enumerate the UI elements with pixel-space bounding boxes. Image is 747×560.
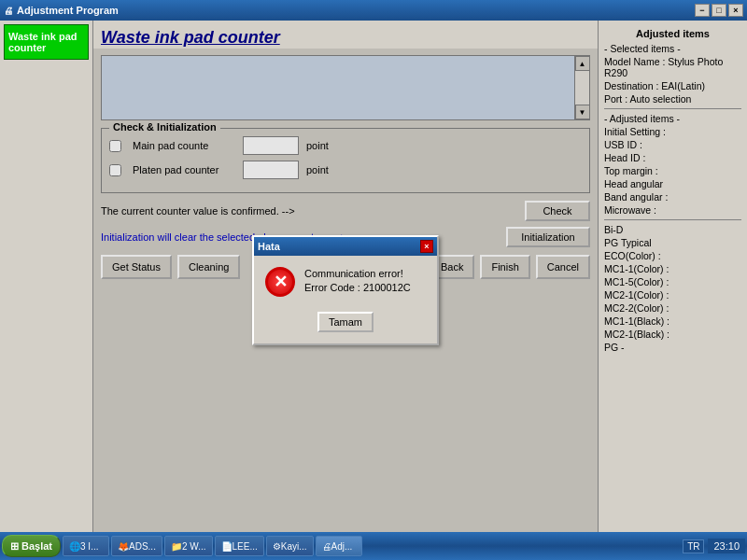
task-icon: 🌐 — [69, 541, 80, 552]
taskbar: ⊞ Başlat 🌐 3 I... 🦊 ADS... 📁 2 W... 📄 LE… — [0, 532, 747, 560]
start-label: Başlat — [21, 540, 52, 552]
task-icon: ⚙ — [273, 541, 281, 552]
pg: PG - — [604, 342, 741, 353]
top-margin: Top margin : — [604, 165, 741, 176]
task-label: ADS... — [129, 541, 156, 552]
mc1-5-color: MC1-5(Color) : — [604, 276, 741, 287]
sidebar: Waste ink pad counter — [0, 21, 93, 532]
task-label: Kayi... — [281, 541, 307, 552]
app-icon: 🖨 — [4, 6, 13, 16]
bi-d: Bi-D — [604, 224, 741, 235]
usb-id: USB ID : — [604, 139, 741, 150]
selected-items-label: - Selected items - — [604, 43, 741, 54]
task-item-ads[interactable]: 🦊 ADS... — [111, 536, 162, 556]
task-item-lee[interactable]: 📄 LEE... — [215, 536, 264, 556]
pg-typical: PG Typical — [604, 237, 741, 248]
task-icon: 🖨 — [322, 541, 331, 552]
eco-color: ECO(Color) : — [604, 250, 741, 261]
task-icon: 📁 — [171, 541, 182, 552]
minimize-button[interactable]: − — [695, 4, 710, 17]
destination: Destination : EAI(Latin) — [604, 80, 741, 91]
head-id: Head ID : — [604, 152, 741, 163]
adjusted-items-label: - Adjusted items - — [604, 113, 741, 124]
title-bar: 🖨 Adjustment Program − □ × — [0, 0, 747, 21]
task-item-adj[interactable]: 🖨 Adj... — [316, 536, 362, 556]
language-indicator: TR — [683, 539, 704, 553]
error-close-button[interactable]: × — [420, 240, 433, 253]
maximize-button[interactable]: □ — [712, 4, 726, 17]
task-label: 3 I... — [80, 541, 98, 552]
task-item-2w[interactable]: 📁 2 W... — [164, 536, 213, 556]
error-message: Communication error! Error Code : 210001… — [304, 267, 411, 296]
right-panel: Adjusted items - Selected items - Model … — [598, 21, 747, 532]
main-content: Waste ink pad counter ▲ ▼ Check & Initia… — [93, 21, 598, 532]
task-label: Adj... — [331, 541, 353, 552]
close-button[interactable]: × — [728, 4, 743, 17]
microwave: Microwave : — [604, 204, 741, 216]
task-icon: 📄 — [221, 541, 233, 552]
task-label: 2 W... — [182, 541, 206, 552]
band-angular: Band angular : — [604, 191, 741, 203]
adjusted-items-title: Adjusted items — [604, 28, 741, 39]
initial-setting: Initial Setting : — [604, 126, 741, 137]
port: Port : Auto selection — [604, 93, 741, 105]
ok-button[interactable]: Tamam — [317, 312, 374, 332]
start-button[interactable]: ⊞ Başlat — [2, 535, 61, 557]
error-title: Hata — [258, 241, 280, 252]
mc1-1-color: MC1-1(Color) : — [604, 263, 741, 274]
task-label: LEE... — [233, 541, 258, 552]
clock: 23:10 — [708, 539, 745, 553]
mc1-1-black: MC1-1(Black) : — [604, 315, 741, 327]
windows-icon: ⊞ — [10, 540, 19, 553]
mc2-1-black: MC2-1(Black) : — [604, 329, 741, 340]
error-dialog: Hata × ✕ Communication error! Error Code… — [252, 235, 439, 345]
head-angular: Head angular — [604, 178, 741, 189]
error-icon: ✕ — [265, 267, 295, 297]
task-icon: 🦊 — [118, 541, 129, 552]
sidebar-item-waste-ink[interactable]: Waste ink pad counter — [4, 24, 89, 60]
model-name: Model Name : Stylus Photo R290 — [604, 56, 741, 78]
mc2-2-color: MC2-2(Color) : — [604, 302, 741, 314]
page-title: Waste ink pad counter — [101, 28, 590, 48]
modal-overlay: Hata × ✕ Communication error! Error Code… — [93, 49, 598, 532]
task-item-3i[interactable]: 🌐 3 I... — [63, 536, 109, 556]
task-item-kayi[interactable]: ⚙ Kayi... — [266, 536, 314, 556]
window-title: Adjustment Program — [17, 5, 119, 16]
mc2-1-color: MC2-1(Color) : — [604, 289, 741, 301]
